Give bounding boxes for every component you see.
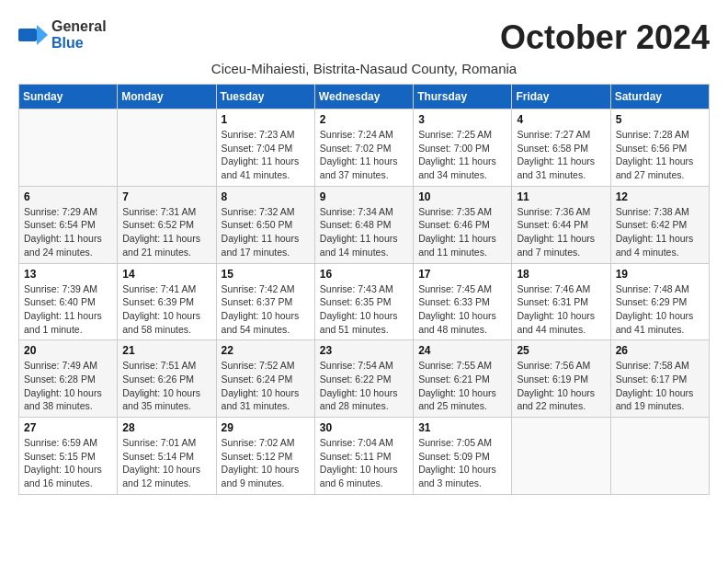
calendar-cell: 18Sunrise: 7:46 AMSunset: 6:31 PMDayligh…	[512, 263, 610, 340]
calendar-week-row: 27Sunrise: 6:59 AMSunset: 5:15 PMDayligh…	[19, 418, 710, 495]
day-info: Sunrise: 7:46 AMSunset: 6:31 PMDaylight:…	[517, 282, 605, 337]
calendar-cell: 14Sunrise: 7:41 AMSunset: 6:39 PMDayligh…	[118, 263, 216, 340]
day-number: 27	[24, 421, 112, 434]
day-number: 21	[122, 344, 210, 357]
day-info: Sunrise: 7:34 AMSunset: 6:48 PMDaylight:…	[320, 205, 408, 259]
calendar-week-row: 6Sunrise: 7:29 AMSunset: 6:54 PMDaylight…	[19, 186, 710, 263]
svg-rect-0	[18, 29, 37, 41]
calendar-cell: 26Sunrise: 7:58 AMSunset: 6:17 PMDayligh…	[610, 340, 709, 418]
day-number: 7	[122, 190, 210, 203]
calendar-cell: 10Sunrise: 7:35 AMSunset: 6:46 PMDayligh…	[414, 186, 512, 263]
calendar-cell: 16Sunrise: 7:43 AMSunset: 6:35 PMDayligh…	[314, 263, 413, 340]
day-number: 13	[24, 268, 112, 281]
month-title: October 2024	[500, 18, 710, 57]
weekday-header: Monday	[118, 85, 216, 109]
day-number: 8	[222, 190, 310, 203]
day-info: Sunrise: 7:49 AMSunset: 6:28 PMDaylight:…	[24, 359, 112, 413]
calendar-week-row: 20Sunrise: 7:49 AMSunset: 6:28 PMDayligh…	[19, 340, 710, 418]
calendar-cell	[118, 109, 216, 187]
day-info: Sunrise: 7:45 AMSunset: 6:33 PMDaylight:…	[418, 282, 506, 337]
day-info: Sunrise: 7:36 AMSunset: 6:44 PMDaylight:…	[517, 205, 605, 259]
day-info: Sunrise: 7:52 AMSunset: 6:24 PMDaylight:…	[222, 359, 310, 413]
day-number: 2	[320, 113, 408, 126]
day-number: 18	[517, 268, 605, 281]
weekday-header: Wednesday	[314, 85, 413, 109]
day-number: 6	[24, 190, 112, 203]
day-info: Sunrise: 7:23 AMSunset: 7:04 PMDaylight:…	[222, 128, 310, 182]
weekday-header: Tuesday	[216, 85, 314, 109]
day-info: Sunrise: 7:39 AMSunset: 6:40 PMDaylight:…	[24, 282, 112, 337]
weekday-header: Friday	[512, 85, 610, 109]
calendar-cell: 27Sunrise: 6:59 AMSunset: 5:15 PMDayligh…	[19, 418, 118, 495]
day-info: Sunrise: 7:24 AMSunset: 7:02 PMDaylight:…	[320, 128, 408, 182]
calendar-cell: 3Sunrise: 7:25 AMSunset: 7:00 PMDaylight…	[414, 109, 512, 187]
calendar-cell: 6Sunrise: 7:29 AMSunset: 6:54 PMDaylight…	[19, 186, 118, 263]
day-info: Sunrise: 7:42 AMSunset: 6:37 PMDaylight:…	[222, 282, 310, 337]
day-info: Sunrise: 7:25 AMSunset: 7:00 PMDaylight:…	[418, 128, 506, 182]
page-header: General Blue October 2024	[18, 18, 710, 57]
day-info: Sunrise: 7:27 AMSunset: 6:58 PMDaylight:…	[517, 128, 605, 182]
day-number: 12	[616, 190, 704, 203]
day-number: 3	[418, 113, 506, 126]
calendar-cell: 11Sunrise: 7:36 AMSunset: 6:44 PMDayligh…	[512, 186, 610, 263]
calendar-cell: 1Sunrise: 7:23 AMSunset: 7:04 PMDaylight…	[216, 109, 314, 187]
day-info: Sunrise: 7:54 AMSunset: 6:22 PMDaylight:…	[320, 359, 408, 413]
calendar-cell: 28Sunrise: 7:01 AMSunset: 5:14 PMDayligh…	[118, 418, 216, 495]
day-info: Sunrise: 7:43 AMSunset: 6:35 PMDaylight:…	[320, 282, 408, 337]
day-info: Sunrise: 7:51 AMSunset: 6:26 PMDaylight:…	[122, 359, 210, 413]
calendar-cell: 22Sunrise: 7:52 AMSunset: 6:24 PMDayligh…	[216, 340, 314, 418]
calendar-cell: 9Sunrise: 7:34 AMSunset: 6:48 PMDaylight…	[314, 186, 413, 263]
calendar-cell: 31Sunrise: 7:05 AMSunset: 5:09 PMDayligh…	[414, 418, 512, 495]
logo-blue-text: Blue	[51, 35, 84, 51]
calendar-cell	[610, 418, 709, 495]
calendar-cell: 20Sunrise: 7:49 AMSunset: 6:28 PMDayligh…	[19, 340, 118, 418]
day-info: Sunrise: 7:48 AMSunset: 6:29 PMDaylight:…	[616, 282, 704, 337]
day-info: Sunrise: 7:05 AMSunset: 5:09 PMDaylight:…	[418, 436, 506, 490]
calendar-cell: 25Sunrise: 7:56 AMSunset: 6:19 PMDayligh…	[512, 340, 610, 418]
day-number: 25	[517, 344, 605, 357]
weekday-header: Sunday	[19, 85, 118, 109]
day-number: 31	[418, 421, 506, 434]
day-info: Sunrise: 7:31 AMSunset: 6:52 PMDaylight:…	[122, 205, 210, 259]
calendar-week-row: 1Sunrise: 7:23 AMSunset: 7:04 PMDaylight…	[19, 109, 710, 187]
day-info: Sunrise: 7:35 AMSunset: 6:46 PMDaylight:…	[418, 205, 506, 259]
day-number: 30	[320, 421, 408, 434]
day-number: 29	[222, 421, 310, 434]
day-number: 16	[320, 268, 408, 281]
day-info: Sunrise: 7:41 AMSunset: 6:39 PMDaylight:…	[122, 282, 210, 337]
day-info: Sunrise: 7:55 AMSunset: 6:21 PMDaylight:…	[418, 359, 506, 413]
day-info: Sunrise: 7:58 AMSunset: 6:17 PMDaylight:…	[616, 359, 704, 413]
day-info: Sunrise: 7:56 AMSunset: 6:19 PMDaylight:…	[517, 359, 605, 413]
day-number: 5	[616, 113, 704, 126]
logo: General Blue	[18, 18, 107, 52]
calendar-cell: 23Sunrise: 7:54 AMSunset: 6:22 PMDayligh…	[314, 340, 413, 418]
logo-general-text: General	[51, 18, 107, 34]
day-info: Sunrise: 7:32 AMSunset: 6:50 PMDaylight:…	[222, 205, 310, 259]
weekday-header: Saturday	[610, 85, 709, 109]
calendar-week-row: 13Sunrise: 7:39 AMSunset: 6:40 PMDayligh…	[19, 263, 710, 340]
calendar-cell: 21Sunrise: 7:51 AMSunset: 6:26 PMDayligh…	[118, 340, 216, 418]
day-number: 17	[418, 268, 506, 281]
calendar-cell	[512, 418, 610, 495]
calendar-cell: 15Sunrise: 7:42 AMSunset: 6:37 PMDayligh…	[216, 263, 314, 340]
calendar-cell: 19Sunrise: 7:48 AMSunset: 6:29 PMDayligh…	[610, 263, 709, 340]
day-info: Sunrise: 7:01 AMSunset: 5:14 PMDaylight:…	[122, 436, 210, 490]
calendar-cell: 17Sunrise: 7:45 AMSunset: 6:33 PMDayligh…	[414, 263, 512, 340]
calendar-table: SundayMondayTuesdayWednesdayThursdayFrid…	[18, 84, 710, 495]
day-number: 11	[517, 190, 605, 203]
day-number: 1	[222, 113, 310, 126]
day-info: Sunrise: 6:59 AMSunset: 5:15 PMDaylight:…	[24, 436, 112, 490]
day-number: 15	[222, 268, 310, 281]
calendar-cell: 29Sunrise: 7:02 AMSunset: 5:12 PMDayligh…	[216, 418, 314, 495]
day-number: 4	[517, 113, 605, 126]
day-info: Sunrise: 7:02 AMSunset: 5:12 PMDaylight:…	[222, 436, 310, 490]
day-info: Sunrise: 7:29 AMSunset: 6:54 PMDaylight:…	[24, 205, 112, 259]
svg-marker-1	[37, 25, 48, 45]
day-number: 14	[122, 268, 210, 281]
day-number: 22	[222, 344, 310, 357]
day-info: Sunrise: 7:28 AMSunset: 6:56 PMDaylight:…	[616, 128, 704, 182]
logo-icon	[18, 25, 48, 45]
day-number: 23	[320, 344, 408, 357]
calendar-cell	[19, 109, 118, 187]
location-subtitle: Ciceu-Mihaiesti, Bistrita-Nasaud County,…	[18, 61, 710, 76]
